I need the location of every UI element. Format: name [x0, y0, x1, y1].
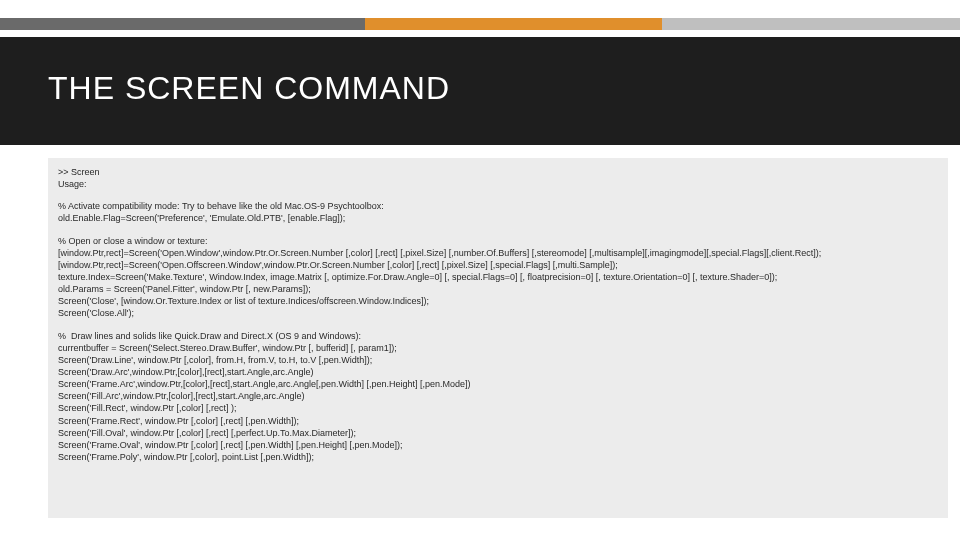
code-line: Screen('Close', [window.Or.Texture.Index… [58, 295, 938, 307]
code-area: >> Screen Usage: % Activate compatibilit… [48, 158, 948, 518]
code-line: Screen('Draw.Line', window.Ptr [,color],… [58, 354, 938, 366]
code-line: [window.Ptr,rect]=Screen('Open.Offscreen… [58, 259, 938, 271]
accent-seg-dark [0, 18, 365, 30]
code-line: old.Enable.Flag=Screen('Preference', 'Em… [58, 212, 938, 224]
code-line: Screen('Fill.Oval', window.Ptr [,color] … [58, 427, 938, 439]
code-line: Screen('Frame.Arc',window.Ptr,[color],[r… [58, 378, 938, 390]
slide-title: THE SCREEN COMMAND [48, 70, 450, 107]
code-line: >> Screen [58, 166, 938, 178]
code-line: % Open or close a window or texture: [58, 235, 938, 247]
top-accent-bar [0, 18, 960, 30]
code-line: [window.Ptr,rect]=Screen('Open.Window',w… [58, 247, 938, 259]
code-line: Screen('Frame.Oval', window.Ptr [,color]… [58, 439, 938, 451]
code-line: Screen('Fill.Arc',window.Ptr,[color],[re… [58, 390, 938, 402]
code-line: Usage: [58, 178, 938, 190]
code-line: Screen('Frame.Poly', window.Ptr [,color]… [58, 451, 938, 463]
code-line: Screen('Frame.Rect', window.Ptr [,color]… [58, 415, 938, 427]
code-line: Screen('Close.All'); [58, 307, 938, 319]
code-line: currentbuffer = Screen('Select.Stereo.Dr… [58, 342, 938, 354]
accent-seg-light [662, 18, 960, 30]
code-line: Screen('Fill.Rect', window.Ptr [,color] … [58, 402, 938, 414]
code-line: % Activate compatibility mode: Try to be… [58, 200, 938, 212]
code-line: Screen('Draw.Arc',window.Ptr,[color],[re… [58, 366, 938, 378]
accent-seg-orange [365, 18, 663, 30]
code-line: texture.Index=Screen('Make.Texture', Win… [58, 271, 938, 283]
code-line: old.Params = Screen('Panel.Fitter', wind… [58, 283, 938, 295]
code-line: % Draw lines and solids like Quick.Draw … [58, 330, 938, 342]
slide: THE SCREEN COMMAND >> Screen Usage: % Ac… [0, 0, 960, 540]
